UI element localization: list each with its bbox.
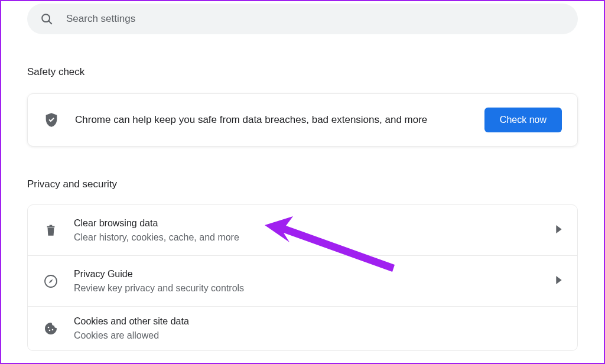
svg-point-7 (49, 330, 51, 332)
svg-point-6 (48, 327, 50, 329)
row-title: Clear browsing data (74, 218, 556, 229)
clear-browsing-data-row[interactable]: Clear browsing data Clear history, cooki… (28, 205, 577, 256)
safety-check-card: Chrome can help keep you safe from data … (27, 93, 578, 147)
search-icon (40, 12, 53, 25)
compass-icon (43, 274, 58, 288)
svg-rect-2 (47, 226, 55, 227)
chevron-right-icon (556, 225, 562, 236)
svg-rect-3 (50, 225, 53, 226)
safety-check-heading: Safety check (27, 66, 578, 78)
cookie-icon (43, 321, 58, 336)
svg-marker-5 (49, 279, 53, 283)
shield-check-icon (43, 112, 60, 128)
privacy-guide-row[interactable]: Privacy Guide Review key privacy and sec… (28, 256, 577, 307)
safety-check-description: Chrome can help keep you safe from data … (75, 114, 484, 126)
privacy-security-heading: Privacy and security (27, 178, 578, 190)
privacy-settings-list: Clear browsing data Clear history, cooki… (27, 204, 578, 351)
row-subtitle: Cookies are allowed (74, 330, 562, 341)
svg-line-1 (48, 21, 51, 24)
row-subtitle: Clear history, cookies, cache, and more (74, 232, 556, 243)
search-input[interactable] (66, 13, 565, 25)
check-now-button[interactable]: Check now (484, 108, 562, 132)
row-title: Cookies and other site data (74, 316, 562, 327)
chevron-right-icon (556, 276, 562, 287)
cookies-row[interactable]: Cookies and other site data Cookies are … (28, 307, 577, 350)
search-bar[interactable] (27, 4, 578, 34)
row-subtitle: Review key privacy and security controls (74, 283, 556, 294)
trash-icon (43, 224, 58, 237)
row-title: Privacy Guide (74, 269, 556, 280)
svg-point-8 (52, 329, 54, 331)
